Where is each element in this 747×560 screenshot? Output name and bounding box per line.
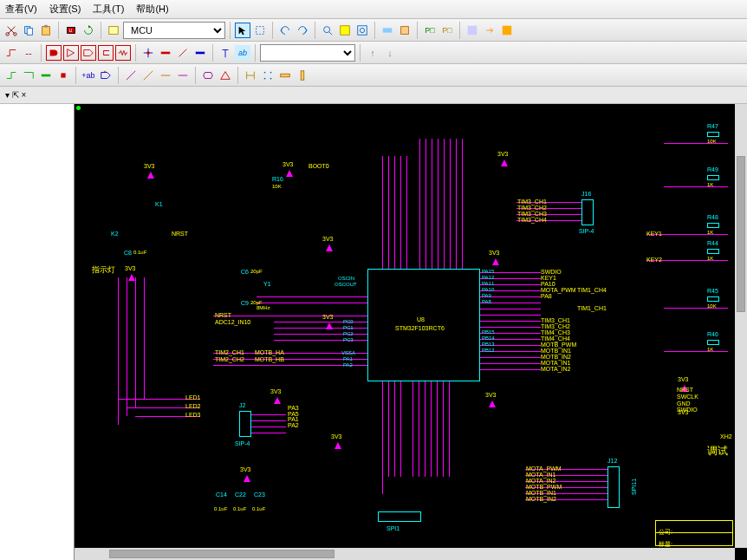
wire (257, 296, 367, 297)
wire (444, 139, 445, 269)
svg-rect-15 (383, 28, 393, 32)
label-icon[interactable]: ab (235, 45, 250, 61)
caliper-icon[interactable] (243, 68, 258, 83)
paste-icon[interactable] (38, 23, 54, 38)
spi1-box[interactable] (378, 511, 421, 522)
bus-icon[interactable] (158, 45, 173, 61)
menu-settings[interactable]: 设置(S) (49, 3, 81, 16)
comp-r44[interactable] (707, 249, 719, 254)
lbl-xh2: XH2 (720, 433, 732, 440)
power-icon[interactable] (218, 45, 233, 61)
wire (144, 277, 145, 399)
net-entry-icon[interactable] (175, 45, 191, 61)
ref-y1: Y1 (263, 281, 271, 287)
measure2-icon[interactable] (140, 68, 156, 83)
bus2-icon[interactable] (192, 45, 208, 61)
ref-spi11: SPI11 (631, 479, 637, 495)
scrollbar-vertical[interactable] (735, 104, 747, 548)
cut-icon[interactable] (3, 23, 19, 38)
wire (412, 381, 413, 477)
wire (449, 381, 450, 477)
svg-rect-16 (401, 26, 409, 34)
green-bus-icon[interactable] (38, 68, 54, 83)
scroll-thumb-h[interactable] (109, 550, 335, 558)
annotate-p-icon[interactable]: P□ (422, 23, 438, 38)
ref-k1: K1 (155, 201, 163, 207)
text-plus-icon[interactable]: +ab (81, 68, 96, 83)
netname-dropdown[interactable] (260, 44, 355, 62)
val-r46: 1K (707, 347, 713, 352)
pin-pc3: PC3 (343, 337, 354, 342)
inv-gate-icon[interactable] (63, 45, 79, 61)
ref-r47: R47 (707, 123, 718, 129)
wire-icon[interactable] (3, 45, 19, 61)
menu-help[interactable]: 帮助(H) (136, 3, 168, 16)
lbl-nrst: NRST (215, 312, 231, 318)
copy-icon[interactable] (21, 23, 36, 38)
ruler-h-icon[interactable] (277, 68, 293, 83)
conn-j2[interactable] (239, 411, 251, 437)
comp-r46[interactable] (707, 340, 719, 345)
annotate-p2-icon[interactable]: P□ (439, 23, 455, 38)
bracket-icon[interactable]: ⊏ (98, 45, 114, 61)
undo-icon[interactable] (277, 23, 293, 38)
dash-icon[interactable]: -- (21, 45, 36, 61)
shape-tri-icon[interactable] (218, 68, 233, 83)
library-icon[interactable] (397, 23, 412, 38)
junction-icon[interactable] (140, 45, 156, 61)
ref-r45: R45 (707, 288, 718, 294)
menu-tools[interactable]: 工具(T) (93, 3, 124, 16)
green-wire-icon[interactable] (3, 68, 19, 83)
resistor-icon[interactable] (115, 45, 131, 61)
refresh-icon[interactable] (81, 23, 96, 38)
comp-r48[interactable] (707, 223, 719, 228)
pwr-3v3 (326, 244, 333, 251)
red-place-icon[interactable] (55, 68, 71, 83)
arrow-up-icon[interactable]: ↑ (365, 45, 380, 61)
sheet-browse-icon[interactable] (106, 23, 121, 38)
lbl-pa10: PA10 (541, 281, 555, 287)
gate-icon[interactable] (46, 45, 62, 61)
nav-arrow-icon[interactable] (482, 23, 497, 38)
toggle-layer-icon[interactable] (464, 23, 480, 38)
green-corner-icon[interactable] (21, 68, 36, 83)
wire (213, 316, 367, 316)
port-in-icon[interactable] (81, 45, 96, 61)
grid-snap-icon[interactable] (260, 68, 276, 83)
arrow-down-icon[interactable]: ↓ (382, 45, 398, 61)
highlight-icon[interactable] (499, 23, 515, 38)
zoom-select-icon[interactable] (354, 23, 370, 38)
lbl-3v3: 3V3 (322, 236, 333, 242)
lbl-nrst: NRST (172, 231, 188, 237)
tag-plus-icon[interactable]: + (98, 68, 114, 83)
panel-pin-icons[interactable]: ▾ ⇱ × (5, 90, 26, 100)
wire (664, 143, 728, 144)
schematic-canvas[interactable]: U8 STM32F103RCT6 (75, 104, 747, 560)
scrollbar-horizontal[interactable] (75, 548, 735, 560)
conn-j16[interactable] (581, 199, 594, 225)
lbl-mota-in1: MOTA_IN1 (541, 360, 571, 366)
measure3-icon[interactable] (158, 68, 173, 83)
comp-r45[interactable] (707, 296, 719, 302)
svg-rect-28 (61, 73, 65, 77)
pointer-icon[interactable] (235, 23, 250, 38)
comp-r47[interactable] (707, 132, 719, 137)
redo-icon[interactable] (295, 23, 310, 38)
side-panel[interactable] (0, 104, 75, 560)
lbl-motb-pwm: MOTB_PWM (541, 342, 576, 348)
measure4-icon[interactable] (175, 68, 191, 83)
zoom-fit-icon[interactable] (337, 23, 353, 38)
sheet-dropdown[interactable]: MCU (123, 22, 225, 39)
comp-r49[interactable] (707, 175, 719, 180)
ruler-v-icon[interactable] (295, 68, 310, 83)
measure1-icon[interactable] (123, 68, 139, 83)
conn-j12[interactable] (607, 466, 620, 508)
add-part-icon[interactable] (380, 23, 395, 38)
val-r47: 10K (707, 139, 717, 144)
zoom-icon[interactable] (320, 23, 335, 38)
shape-hex-icon[interactable] (200, 68, 216, 83)
menu-view[interactable]: 查看(V) (5, 3, 37, 16)
component-icon[interactable]: U (63, 23, 79, 38)
select-rect-icon[interactable] (252, 23, 268, 38)
scroll-thumb-v[interactable] (737, 156, 745, 312)
